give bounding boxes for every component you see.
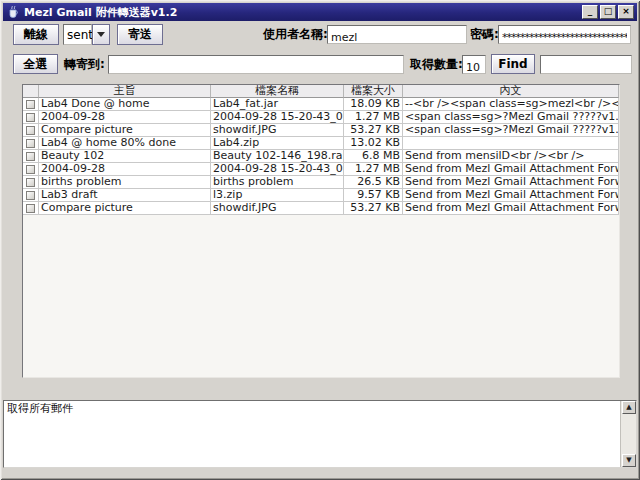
header-filesize: 檔案大小 <box>344 85 403 98</box>
cell-filename: 2004-09-28 15-20-43_0300.J... <box>211 111 344 124</box>
password-field-frame <box>498 25 631 44</box>
cell-body: Send from Mezl Gmail Attachment Forward … <box>403 176 619 189</box>
username-field-frame <box>327 25 467 44</box>
checkbox-icon <box>26 139 35 148</box>
checkbox-icon <box>26 126 35 135</box>
window-title: Mezl Gmail 附件轉送器v1.2 <box>24 5 582 20</box>
cell-filename: l3.zip <box>211 189 344 202</box>
cell-body: Send from Mezl Gmail Attachment Forward … <box>403 189 619 202</box>
row-checkbox[interactable] <box>23 124 39 137</box>
cell-subject: Lab3 draft <box>39 189 211 202</box>
table-row[interactable]: Beauty 102 Beauty 102-146_198.rar 6.8 MB… <box>23 150 619 163</box>
cell-subject: births problem <box>39 176 211 189</box>
java-cup-icon <box>6 5 20 19</box>
cell-filename: showdif.JPG <box>211 124 344 137</box>
send-button[interactable]: 寄送 <box>117 24 163 45</box>
row-checkbox[interactable] <box>23 176 39 189</box>
row-checkbox[interactable] <box>23 111 39 124</box>
checkbox-icon <box>26 100 35 109</box>
cell-filename: showdif.JPG <box>211 202 344 215</box>
cell-size: 1.27 MB <box>344 163 403 176</box>
password-label: 密碼: <box>470 24 499 45</box>
scroll-up-button[interactable]: ▲ <box>622 401 636 414</box>
table-row[interactable]: Lab3 draft l3.zip 9.57 KB Send from Mezl… <box>23 189 619 202</box>
cell-subject: 2004-09-28 <box>39 111 211 124</box>
cell-size: 1.27 MB <box>344 111 403 124</box>
close-button[interactable]: × <box>618 5 634 19</box>
header-body: 內文 <box>403 85 619 98</box>
mailbox-combo-arrow-button[interactable] <box>92 24 110 45</box>
cell-size: 18.09 KB <box>344 98 403 111</box>
row-checkbox[interactable] <box>23 137 39 150</box>
row-checkbox[interactable] <box>23 163 39 176</box>
forward-to-field-frame <box>108 55 404 74</box>
cell-body: --<br /><span class=sg>mezl<br /><br /> <box>403 98 619 111</box>
cell-subject: Compare picture <box>39 124 211 137</box>
fetch-count-field-frame <box>462 55 486 74</box>
cell-size: 53.27 KB <box>344 202 403 215</box>
offline-button[interactable]: 離線 <box>13 24 59 45</box>
table-row[interactable]: 2004-09-28 2004-09-28 15-20-43_0300.J...… <box>23 163 619 176</box>
table-row[interactable]: Lab4 Done @ home Lab4_fat.jar 18.09 KB -… <box>23 98 619 111</box>
header-subject: 主旨 <box>39 85 211 98</box>
cell-body: Send from Mezl Gmail Attachment Forward … <box>403 202 619 215</box>
minimize-button[interactable]: _ <box>582 5 598 19</box>
cell-subject: Lab4 @ home 80% done <box>39 137 211 150</box>
maximize-button[interactable]: □ <box>600 5 616 19</box>
filter-field-frame <box>540 55 632 74</box>
chevron-down-icon <box>97 32 105 37</box>
table-row[interactable]: Compare picture showdif.JPG 53.27 KB Sen… <box>23 202 619 215</box>
find-button[interactable]: Find <box>491 54 535 74</box>
log-scrollbar[interactable]: ▲ ▼ <box>620 401 636 467</box>
row-checkbox[interactable] <box>23 202 39 215</box>
cell-subject: 2004-09-28 <box>39 163 211 176</box>
scroll-down-button[interactable]: ▼ <box>622 454 636 467</box>
cell-body <box>403 137 619 150</box>
app-window: Mezl Gmail 附件轉送器v1.2 _ □ × 離線 sent 寄送 使用… <box>0 0 640 480</box>
cell-subject: Compare picture <box>39 202 211 215</box>
cell-size: 53.27 KB <box>344 124 403 137</box>
filter-input[interactable] <box>541 59 631 76</box>
forward-to-label: 轉寄到: <box>64 54 105 74</box>
cell-body: Send from mensilD<br /><br /> <box>403 150 619 163</box>
cell-filename: Lab4_fat.jar <box>211 98 344 111</box>
select-all-button[interactable]: 全選 <box>13 54 58 74</box>
cell-size: 13.02 KB <box>344 137 403 150</box>
forward-to-input[interactable] <box>109 59 403 76</box>
checkbox-icon <box>26 191 35 200</box>
table-header-row: 主旨 檔案名稱 檔案大小 內文 <box>23 85 619 98</box>
row-checkbox[interactable] <box>23 98 39 111</box>
checkbox-icon <box>26 165 35 174</box>
table-row[interactable]: births problem births problem 26.5 KB Se… <box>23 176 619 189</box>
cell-filename: births problem <box>211 176 344 189</box>
arrow-down-icon: ▼ <box>626 457 631 464</box>
window-controls: _ □ × <box>582 5 634 19</box>
header-filename: 檔案名稱 <box>211 85 344 98</box>
header-checkbox-column <box>23 85 39 98</box>
log-text: 取得所有郵件 <box>7 402 618 415</box>
cell-body: Send from Mezl Gmail Attachment Forward … <box>403 163 619 176</box>
mail-table: 主旨 檔案名稱 檔案大小 內文 Lab4 Done @ home Lab4_fa… <box>22 84 620 378</box>
checkbox-icon <box>26 178 35 187</box>
password-input[interactable] <box>499 29 630 46</box>
cell-size: 26.5 KB <box>344 176 403 189</box>
username-input[interactable] <box>328 29 466 46</box>
table-row[interactable]: Compare picture showdif.JPG 53.27 KB <sp… <box>23 124 619 137</box>
cell-size: 6.8 MB <box>344 150 403 163</box>
fetch-count-input[interactable] <box>463 59 485 76</box>
cell-subject: Beauty 102 <box>39 150 211 163</box>
table-row[interactable]: Lab4 @ home 80% done Lab4.zip 13.02 KB <box>23 137 619 150</box>
cell-body: <span class=sg>?Mezl Gmail ?????v1.0??<b… <box>403 124 619 137</box>
mailbox-combobox[interactable]: sent <box>63 24 92 45</box>
cell-filename: Lab4.zip <box>211 137 344 150</box>
table-row[interactable]: 2004-09-28 2004-09-28 15-20-43_0300.J...… <box>23 111 619 124</box>
row-checkbox[interactable] <box>23 150 39 163</box>
cell-filename: Beauty 102-146_198.rar <box>211 150 344 163</box>
title-bar: Mezl Gmail 附件轉送器v1.2 _ □ × <box>3 3 637 21</box>
log-textarea[interactable]: 取得所有郵件 ▲ ▼ <box>3 400 637 468</box>
fetch-count-label: 取得數量: <box>410 54 463 74</box>
checkbox-icon <box>26 152 35 161</box>
cell-filename: 2004-09-28 15-20-43_0300.J... <box>211 163 344 176</box>
username-label: 使用者名稱: <box>263 24 328 45</box>
row-checkbox[interactable] <box>23 189 39 202</box>
